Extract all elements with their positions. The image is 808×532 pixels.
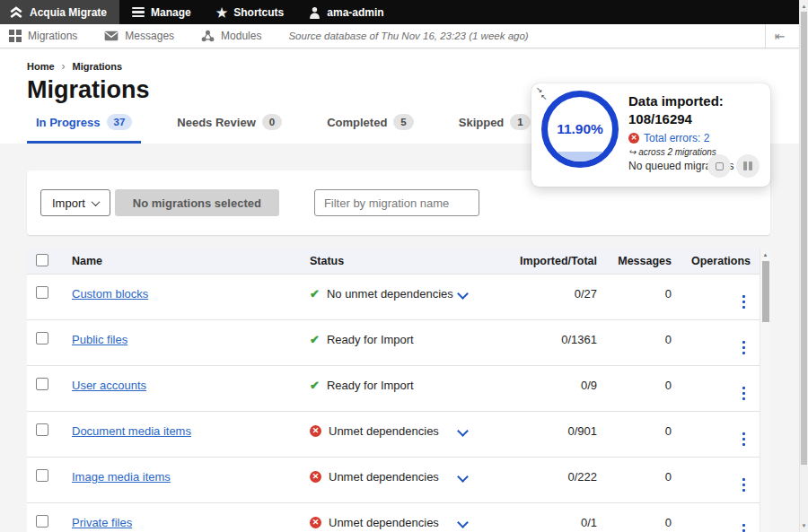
stop-import-button[interactable] bbox=[707, 154, 731, 178]
collapse-left-icon: ⇤ bbox=[775, 29, 786, 43]
brand-acquia-migrate[interactable]: Acquia Migrate bbox=[0, 0, 119, 24]
status-error-icon: ✕ bbox=[310, 471, 321, 483]
collapse-toolbar-button[interactable]: ⇤ bbox=[765, 24, 794, 48]
row-name-cell: Public files bbox=[59, 320, 310, 365]
resize-nw-arrow: ↖ bbox=[540, 93, 548, 100]
row-check-cell bbox=[27, 458, 59, 502]
row-checkbox[interactable] bbox=[36, 515, 48, 528]
tab-needs-review[interactable]: Needs Review 0 bbox=[168, 114, 291, 144]
header-operations: Operations bbox=[672, 255, 760, 267]
total-errors-row: ✕ Total errors: 2 bbox=[628, 132, 765, 144]
row-checkbox[interactable] bbox=[36, 378, 48, 390]
imported-total-value: 0/9 bbox=[503, 366, 597, 411]
header-name: Name bbox=[59, 255, 310, 267]
tab-completed[interactable]: Completed 5 bbox=[318, 114, 423, 144]
topbar-item-manage[interactable]: Manage bbox=[119, 0, 204, 24]
status-text: No unmet dependencies bbox=[327, 287, 453, 301]
row-checkbox[interactable] bbox=[36, 286, 48, 299]
tab-count-badge: 1 bbox=[510, 114, 530, 130]
row-status-cell: ✕ Unmet dependencies bbox=[310, 412, 503, 457]
data-imported-line2: 108/16294 bbox=[628, 110, 765, 128]
across-arrow-icon: ↪ bbox=[628, 147, 636, 157]
table-header-row: Name Status Imported/Total Messages Oper… bbox=[27, 249, 760, 274]
breadcrumb-home-link[interactable]: Home bbox=[27, 61, 55, 72]
table-scrollbar-thumb[interactable] bbox=[762, 261, 769, 322]
envelope-icon bbox=[104, 31, 119, 41]
page-scrollbar-thumb[interactable] bbox=[801, 12, 807, 465]
migration-name-link[interactable]: Custom blocks bbox=[72, 287, 148, 301]
toolbar-item-migrations[interactable]: Migrations bbox=[9, 30, 77, 42]
operations-kebab-icon[interactable] bbox=[737, 476, 751, 494]
operations-kebab-icon[interactable] bbox=[737, 385, 751, 403]
row-check-cell bbox=[27, 320, 59, 365]
imported-total-value: 0/1 bbox=[503, 503, 597, 532]
row-check-cell bbox=[27, 275, 59, 319]
shortcuts-label: Shortcuts bbox=[233, 6, 284, 19]
table-row: Document media items ✕ Unmet dependencie… bbox=[27, 411, 760, 457]
table-row: User accounts ✔ Ready for Import 0/9 0 bbox=[27, 365, 760, 411]
breadcrumb-current: Migrations bbox=[73, 61, 123, 72]
main-screen: Acquia Migrate Manage ★ Shortcuts ama-ad… bbox=[0, 0, 799, 532]
row-checkbox[interactable] bbox=[36, 469, 48, 482]
table-row: Public files ✔ Ready for Import 0/1361 0 bbox=[27, 319, 760, 365]
operations-kebab-icon[interactable] bbox=[737, 293, 751, 311]
across-text: across 2 migrations bbox=[638, 147, 716, 157]
migrations-table-body: Custom blocks ✔ No unmet dependencies 0/… bbox=[27, 274, 770, 532]
collapse-card-icon[interactable]: ↘ ↖ bbox=[536, 86, 548, 100]
page-scroll-up-icon[interactable]: ▲ bbox=[800, 4, 808, 9]
status-check-icon: ✔ bbox=[310, 287, 320, 301]
header-status: Status bbox=[310, 255, 503, 267]
tab-count-badge: 0 bbox=[262, 114, 282, 130]
stop-icon bbox=[716, 162, 724, 170]
tab-in-progress[interactable]: In Progress 37 bbox=[27, 114, 141, 144]
table-row: Image media items ✕ Unmet dependencies 0… bbox=[27, 457, 760, 502]
table-scroll-up-icon[interactable]: ▲ bbox=[760, 252, 770, 257]
operations-kebab-icon[interactable] bbox=[737, 431, 751, 449]
header-check-cell bbox=[27, 254, 59, 269]
migration-name-link[interactable]: Private files bbox=[72, 516, 132, 529]
row-checkbox[interactable] bbox=[36, 332, 48, 344]
operations-kebab-icon[interactable] bbox=[737, 522, 751, 532]
toolbar-item-modules[interactable]: Modules bbox=[201, 30, 261, 42]
migration-name-link[interactable]: Document media items bbox=[72, 424, 191, 438]
tab-skipped[interactable]: Skipped 1 bbox=[450, 114, 540, 144]
status-error-icon: ✕ bbox=[310, 425, 321, 437]
page-scroll-down-icon[interactable]: ▼ bbox=[800, 523, 808, 528]
row-checkbox[interactable] bbox=[36, 423, 48, 436]
import-dropdown-button[interactable]: Import bbox=[40, 189, 110, 216]
row-operations-cell bbox=[672, 275, 760, 319]
operations-kebab-icon[interactable] bbox=[737, 339, 751, 357]
row-operations-cell bbox=[672, 320, 760, 365]
star-icon: ★ bbox=[216, 6, 228, 19]
tab-label: Skipped bbox=[459, 116, 505, 129]
status-text: Unmet dependencies bbox=[329, 424, 439, 438]
status-check-icon: ✔ bbox=[310, 379, 320, 392]
migration-name-link[interactable]: Public files bbox=[72, 333, 127, 346]
header-messages: Messages bbox=[597, 255, 672, 267]
status-text: Unmet dependencies bbox=[329, 516, 439, 529]
total-errors-link[interactable]: Total errors: 2 bbox=[644, 132, 709, 144]
toolbar-item-messages[interactable]: Messages bbox=[104, 30, 174, 42]
migration-name-link[interactable]: User accounts bbox=[72, 379, 146, 392]
select-all-checkbox[interactable] bbox=[36, 254, 48, 266]
messages-count-value: 0 bbox=[597, 503, 672, 532]
pause-import-button[interactable] bbox=[736, 154, 760, 178]
topbar-item-shortcuts[interactable]: ★ Shortcuts bbox=[204, 0, 297, 24]
row-name-cell: Private files bbox=[59, 503, 310, 532]
row-name-cell: User accounts bbox=[59, 366, 310, 411]
status-text: Unmet dependencies bbox=[329, 470, 439, 484]
row-status-cell: ✔ No unmet dependencies bbox=[310, 275, 503, 319]
topbar-item-user[interactable]: ama-admin bbox=[296, 0, 396, 24]
row-name-cell: Image media items bbox=[59, 458, 310, 502]
migration-name-link[interactable]: Image media items bbox=[72, 470, 171, 484]
tab-count-badge: 5 bbox=[393, 114, 413, 130]
migration-filter-input[interactable] bbox=[314, 189, 479, 216]
progress-percent: 11.90% bbox=[557, 121, 603, 137]
manage-label: Manage bbox=[151, 6, 191, 19]
row-operations-cell bbox=[672, 366, 760, 411]
error-circle-icon: ✕ bbox=[628, 133, 639, 144]
import-progress-card: ↘ ↖ 11.90% Data imported: 108/16294 ✕ To… bbox=[531, 83, 770, 187]
row-status-cell: ✔ Ready for Import bbox=[310, 366, 503, 411]
imported-total-value: 0/1361 bbox=[503, 320, 597, 365]
messages-count-value: 0 bbox=[597, 412, 672, 457]
